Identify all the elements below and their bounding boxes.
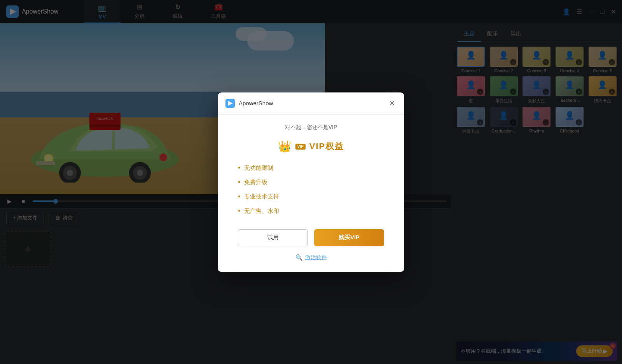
modal-overlay: ApowerShow ✕ 对不起，您还不是VIP 👑 VIP VIP权益 无功能… [0,0,622,364]
benefit-item-3: 无广告、水印 [238,204,384,218]
vip-title-row: 👑 VIP VIP权益 [230,140,392,153]
activate-link[interactable]: 激活软件 [305,254,327,261]
buy-vip-button[interactable]: 购买VIP [314,229,384,246]
search-icon: 🔍 [295,254,303,261]
modal-actions: 试用 购买VIP [230,229,392,246]
benefit-item-0: 无功能限制 [238,161,384,175]
modal-header-title: ApowerShow [239,100,273,106]
activate-row: 🔍 激活软件 [230,254,392,261]
modal-close-button[interactable]: ✕ [387,99,397,108]
crown-icon: 👑 [278,140,292,153]
vip-title-text: VIP权益 [309,141,344,152]
benefit-item-1: 免费升级 [238,175,384,190]
modal-logo-icon [225,99,235,108]
modal-body: 对不起，您还不是VIP 👑 VIP VIP权益 无功能限制免费升级专业技术支持无… [218,115,404,272]
vip-modal: ApowerShow ✕ 对不起，您还不是VIP 👑 VIP VIP权益 无功能… [218,92,404,272]
vip-badge: VIP [295,144,306,150]
modal-subtitle: 对不起，您还不是VIP [230,124,392,131]
modal-header: ApowerShow ✕ [218,92,404,115]
vip-benefits-list: 无功能限制免费升级专业技术支持无广告、水印 [230,161,392,218]
benefit-item-2: 专业技术支持 [238,190,384,204]
trial-button[interactable]: 试用 [238,229,308,246]
